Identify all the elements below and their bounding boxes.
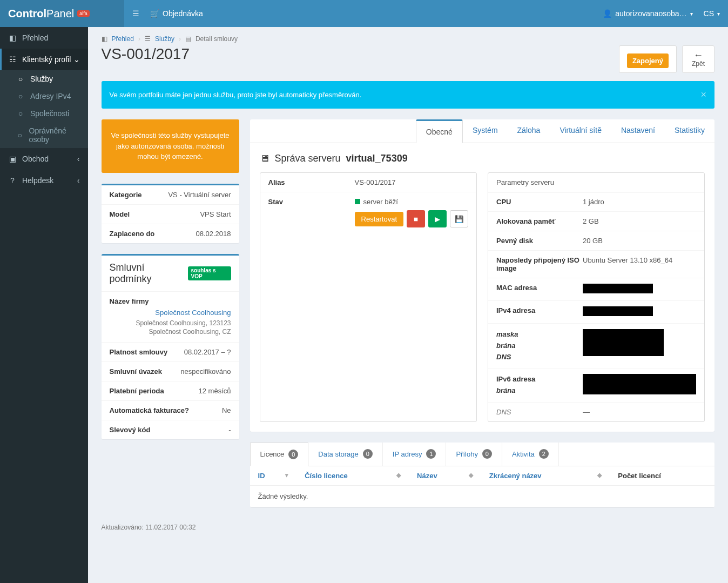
user-icon: 👤 xyxy=(603,9,612,18)
srv-prefix: Správa serveru xyxy=(275,153,341,164)
gw-label: brána xyxy=(496,340,583,352)
period-label: Platební perioda xyxy=(110,387,164,395)
dashboard-icon: ◧ xyxy=(8,33,17,42)
stop-icon: ■ xyxy=(414,215,418,223)
order-link[interactable]: 🛒 Objednávka xyxy=(150,9,203,18)
ltab-storage[interactable]: Data storage0 xyxy=(308,443,382,466)
bc-overview[interactable]: Přehled xyxy=(112,35,134,43)
content: ◧ Přehled › ☰ Služby › ▤ Detail smlouvy … xyxy=(88,27,728,583)
sort-icon: ◆ xyxy=(396,472,401,479)
footer-updated: Aktualizováno: 11.02.2017 00:32 xyxy=(102,524,714,531)
alert-close[interactable]: × xyxy=(700,89,706,100)
tab-system[interactable]: Systém xyxy=(463,119,508,143)
sort-icon: ◆ xyxy=(597,472,602,479)
cpu-label: CPU xyxy=(496,198,583,206)
redirect-alert: Ve svém portfoliu máte jen jednu službu,… xyxy=(102,81,714,109)
sidebar-item-shop[interactable]: ▣Obchod ‹ xyxy=(0,148,88,170)
category-panel: KategorieVS - Virtuální server ModelVPS … xyxy=(102,184,239,243)
restart-button[interactable]: Restartovat xyxy=(355,212,403,226)
sidebar-label: Helpdesk xyxy=(22,176,53,185)
th-label: Číslo licence xyxy=(305,472,347,480)
order-label: Objednávka xyxy=(163,9,203,18)
top-header: ControlPanel alfa ☰ 🛒 Objednávka 👤 autor… xyxy=(0,0,728,27)
disk-value: 20 GB xyxy=(583,237,696,245)
ltab-label: Přílohy xyxy=(456,450,477,458)
ltab-label: Aktivita xyxy=(512,450,535,458)
sidebar-item-helpdesk[interactable]: ?Helpdesk ‹ xyxy=(0,170,88,191)
sort-icon: ▾ xyxy=(285,472,288,479)
logo[interactable]: ControlPanel alfa xyxy=(0,0,124,27)
validity-label: Platnost smlouvy xyxy=(110,348,168,356)
mac-redacted xyxy=(583,284,653,293)
sidebar-sub-companies[interactable]: ○Společnosti xyxy=(0,105,88,122)
sidebar-sub-persons[interactable]: ○Oprávněné osoby xyxy=(0,122,88,148)
params-title: Parametry serveru xyxy=(488,173,704,192)
user-menu[interactable]: 👤 autorizovanaosoba… ▾ xyxy=(603,9,692,18)
help-icon: ? xyxy=(8,176,17,185)
lang-label: CS xyxy=(704,9,714,18)
sidebar-sub-services[interactable]: ○Služby xyxy=(0,70,88,88)
back-button[interactable]: ← Zpět xyxy=(682,45,714,73)
bc-sep: › xyxy=(179,35,181,43)
tab-stats[interactable]: Statistiky xyxy=(665,119,714,143)
sidebar-toggle[interactable]: ☰ xyxy=(132,9,139,18)
play-icon: ▶ xyxy=(435,215,440,223)
status-dot-icon xyxy=(355,199,360,204)
sidebar-item-overview[interactable]: ◧Přehled xyxy=(0,27,88,49)
tab-backup[interactable]: Záloha xyxy=(508,119,550,143)
tab-vnet[interactable]: Virtuální sítě xyxy=(550,119,611,143)
bc-services[interactable]: Služby xyxy=(155,35,174,43)
chevron-down-icon: ⌄ xyxy=(73,55,80,64)
th-short[interactable]: Zkrácený název◆ xyxy=(481,466,610,486)
ipv6-dns-label: DNS xyxy=(496,408,583,416)
count-badge: 0 xyxy=(482,449,492,459)
disk-label: Pevný disk xyxy=(496,237,583,245)
sub-label: Oprávněné osoby xyxy=(29,126,80,144)
mask-label: maska xyxy=(496,329,583,340)
tab-settings[interactable]: Nastavení xyxy=(611,119,665,143)
cat-label: Kategorie xyxy=(110,191,142,199)
sidebar: ◧Přehled ☷Klientský profil ⌄ ○Služby ○Ad… xyxy=(0,27,88,583)
wallet-icon: ▣ xyxy=(8,155,17,163)
ltab-attach[interactable]: Přílohy0 xyxy=(446,443,502,466)
sidebar-label: Obchod xyxy=(22,155,49,163)
vop-badge: souhlas s VOP xyxy=(188,266,231,280)
sub-label: Společnosti xyxy=(30,109,69,118)
ltab-licence[interactable]: Licence0 xyxy=(250,443,309,466)
sidebar-item-profile[interactable]: ☷Klientský profil ⌄ xyxy=(0,49,88,70)
sidebar-label: Přehled xyxy=(22,33,48,42)
server-tabs: Obecné Systém Záloha Virtuální sítě Nast… xyxy=(250,119,714,143)
autoinv-label: Automatická fakturace? xyxy=(110,406,189,414)
contract-title: Smluvní podmínky xyxy=(110,262,188,285)
list-icon: ☰ xyxy=(145,35,151,43)
th-label: ID xyxy=(258,472,265,480)
srv-name: virtual_75309 xyxy=(346,153,408,164)
params-box: Parametry serveru CPU1 jádro Alokovaná p… xyxy=(488,172,705,422)
bc-sep: › xyxy=(138,35,140,43)
alert-text: Ve svém portfoliu máte jen jednu službu,… xyxy=(110,91,362,99)
th-id[interactable]: ID▾ xyxy=(250,466,297,486)
ipv6-redacted xyxy=(583,374,696,394)
ipv6-gw-label: brána xyxy=(496,385,583,397)
stop-button[interactable]: ■ xyxy=(407,210,425,227)
start-button[interactable]: ▶ xyxy=(428,210,447,227)
circle-icon: ○ xyxy=(16,75,25,83)
tab-general[interactable]: Obecné xyxy=(416,119,463,143)
ltab-ip[interactable]: IP adresy1 xyxy=(383,443,447,466)
ipv6-label: IPv6 adresa xyxy=(496,374,583,385)
lower-tabs: Licence0 Data storage0 IP adresy1 Příloh… xyxy=(250,443,714,466)
ltab-label: Licence xyxy=(260,450,285,458)
server-title: 🖥 Správa serveru virtual_75309 xyxy=(260,153,705,164)
alias-value: VS-001/2017 xyxy=(355,178,468,186)
sidebar-sub-ipv4[interactable]: ○Adresy IPv4 xyxy=(0,88,88,105)
th-name[interactable]: Název◆ xyxy=(409,466,481,486)
th-label: Název xyxy=(417,472,437,480)
license-panel: Licence0 Data storage0 IP adresy1 Příloh… xyxy=(250,443,714,507)
company-link[interactable]: Společnost Coolhousing xyxy=(110,309,231,317)
lang-menu[interactable]: CS ▾ xyxy=(704,9,720,18)
save-button[interactable]: 💾 xyxy=(450,210,468,227)
state-label: Stav xyxy=(268,198,355,206)
th-num[interactable]: Číslo licence◆ xyxy=(296,466,409,486)
ltab-activity[interactable]: Aktivita2 xyxy=(502,443,559,466)
count-badge: 0 xyxy=(363,449,373,459)
